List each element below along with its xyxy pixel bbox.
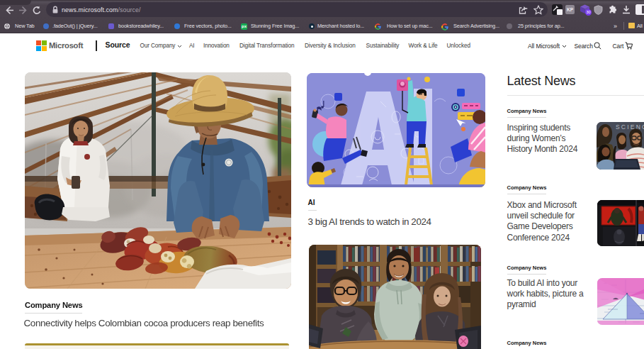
svg-text:SCIENC: SCIENC [616, 123, 644, 131]
